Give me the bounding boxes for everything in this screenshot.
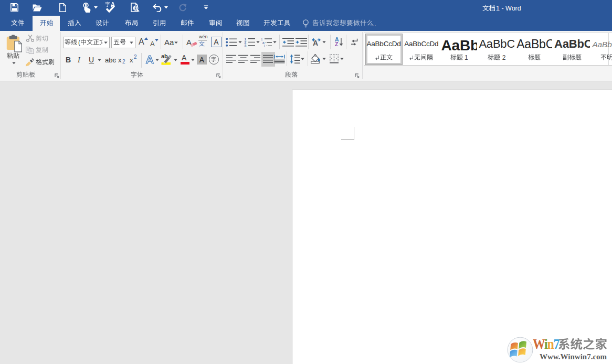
svg-text:i: i (264, 44, 265, 47)
svg-text:3: 3 (245, 44, 247, 48)
